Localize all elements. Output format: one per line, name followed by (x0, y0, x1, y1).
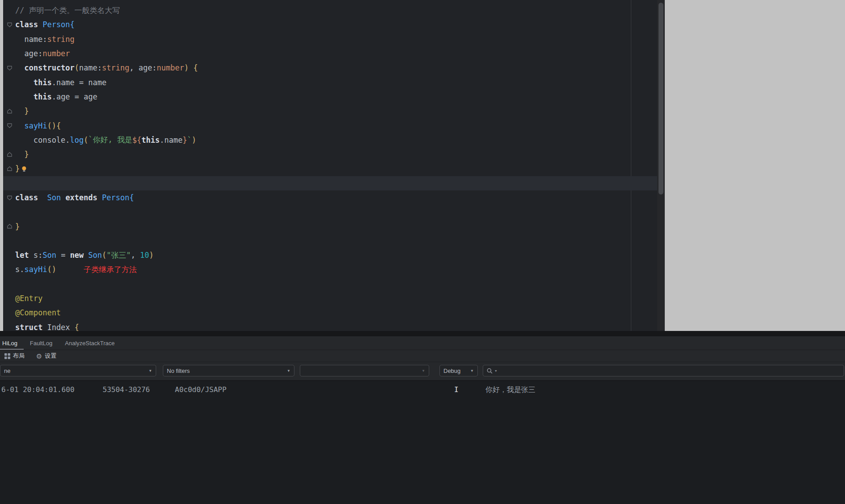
code-token: { (193, 63, 198, 72)
code-token: { (75, 323, 79, 331)
log-entry-row[interactable]: 6-01 20:04:01.600 53504-30276 A0c0d0/JSA… (0, 381, 845, 399)
code-token: `你好, 我是 (88, 135, 133, 145)
code-text: this.name = name (15, 78, 107, 87)
device-select[interactable]: ne ▼ (0, 365, 156, 376)
chevron-down-icon: ▼ (470, 369, 474, 373)
chevron-down-icon: ▼ (422, 369, 425, 373)
code-line: s.sayHi() 子类继承了方法 (3, 262, 657, 277)
code-line (3, 205, 657, 219)
code-token (97, 193, 102, 202)
code-token: new (70, 251, 84, 260)
log-filter-value: No filters (167, 368, 190, 374)
code-token: = (56, 251, 70, 260)
chevron-down-icon: ▼ (149, 369, 152, 373)
code-text: constructor(name:string, age:number) { (15, 63, 198, 72)
log-search-field[interactable]: ▼ (483, 365, 844, 376)
code-line: constructor(name:string, age:number) { (3, 61, 657, 75)
code-line: } (3, 161, 657, 176)
code-text: s.sayHi() 子类继承了方法 (15, 264, 137, 275)
code-token: Person{ (42, 20, 75, 29)
code-text: @Component (15, 308, 61, 317)
code-token: this (141, 136, 160, 145)
code-line: this.age = age (3, 90, 657, 104)
code-text: class Son extends Person{ (15, 193, 134, 202)
editor-scrollbar[interactable] (657, 0, 665, 331)
search-icon (487, 368, 493, 374)
code-token: sayHi (24, 265, 47, 274)
code-token: class (15, 193, 47, 202)
code-token: @Entry (15, 294, 42, 303)
code-line: // 声明一个类。一般类名大写 (3, 3, 657, 17)
scrollbar-thumb[interactable] (659, 3, 663, 194)
code-token: @Component (15, 308, 61, 317)
search-options-chevron-icon: ▼ (494, 369, 497, 372)
code-line: class Person{ (3, 17, 657, 32)
code-token: , (131, 251, 140, 260)
code-token: "张三" (107, 250, 131, 260)
code-text: } (15, 150, 29, 159)
code-token: } (182, 136, 187, 145)
tab-hilog[interactable]: HiLog (0, 336, 24, 350)
code-token: , age: (129, 63, 157, 72)
log-level-badge: I (454, 381, 459, 399)
code-token: class (15, 20, 42, 29)
code-line: let s:Son = new Son("张三", 10) (3, 248, 657, 262)
code-token: age: (15, 49, 42, 58)
fold-up-icon[interactable] (7, 223, 15, 229)
tab-analyzestacktrace[interactable]: AnalyzeStackTrace (59, 336, 121, 350)
code-token (15, 121, 24, 130)
intention-bulb-icon[interactable] (21, 166, 27, 172)
code-text: struct Index { (15, 323, 79, 331)
fold-up-icon[interactable] (7, 152, 15, 157)
code-text: sayHi(){ (15, 121, 61, 130)
code-token: ${ (133, 136, 141, 145)
fold-down-icon[interactable] (7, 22, 15, 28)
code-token: string (47, 35, 75, 44)
panel-separator (0, 331, 845, 336)
fold-down-icon[interactable] (7, 195, 15, 201)
code-token: log (70, 136, 84, 145)
code-token: .name = name (52, 78, 107, 87)
fold-up-icon[interactable] (7, 108, 15, 114)
code-token: let (15, 251, 33, 260)
code-area[interactable]: // 声明一个类。一般类名大写class Person{ name:string… (3, 0, 657, 331)
tab-faultlog[interactable]: FaultLog (24, 336, 59, 350)
code-token (15, 150, 24, 159)
code-line: this.name = name (3, 75, 657, 89)
fold-down-icon[interactable] (7, 123, 15, 128)
layout-label: 布局 (13, 352, 25, 360)
code-line (3, 277, 657, 291)
code-text: } (15, 222, 20, 231)
code-token: ) (184, 63, 189, 72)
log-output-area[interactable]: 6-01 20:04:01.600 53504-30276 A0c0d0/JSA… (0, 380, 845, 504)
code-token: } (15, 222, 20, 231)
code-token: s: (33, 251, 42, 260)
layout-grid-icon (4, 353, 10, 359)
process-select[interactable]: ▼ (300, 365, 429, 376)
code-token: constructor (24, 63, 75, 72)
code-token: ( (84, 136, 88, 145)
code-token: ( (102, 251, 107, 260)
filter-row: ne ▼ No filters ▼ ▼ Debug ▼ ▼ (0, 362, 845, 380)
log-filter-select[interactable]: No filters ▼ (163, 365, 294, 376)
search-input[interactable] (499, 367, 840, 375)
code-token: this (33, 92, 52, 101)
code-text: name:string (15, 35, 75, 44)
settings-label: 设置 (45, 352, 56, 360)
code-token: struct (15, 323, 47, 331)
code-token: 10 (140, 251, 149, 260)
code-token: Person{ (102, 193, 134, 202)
fold-up-icon[interactable] (7, 166, 15, 172)
code-text: class Person{ (15, 20, 75, 29)
code-token: sayHi (24, 121, 47, 130)
gear-icon: ⚙ (36, 353, 42, 359)
code-token (189, 63, 193, 72)
code-text: // 声明一个类。一般类名大写 (15, 5, 120, 16)
layout-button[interactable]: 布局 (4, 352, 25, 360)
code-line: } (3, 104, 657, 118)
code-editor[interactable]: // 声明一个类。一般类名大写class Person{ name:string… (3, 0, 665, 331)
log-level-select[interactable]: Debug ▼ (439, 365, 478, 376)
settings-button[interactable]: ⚙ 设置 (36, 352, 56, 360)
code-token: console. (15, 136, 70, 145)
fold-down-icon[interactable] (7, 65, 15, 71)
